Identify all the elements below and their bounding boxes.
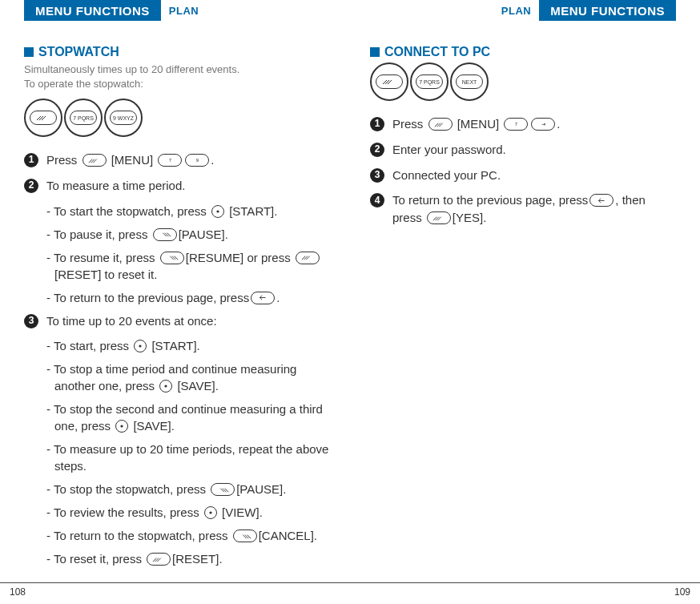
step-badge-2: 2 <box>370 143 384 157</box>
s2d-post: . <box>276 291 280 304</box>
s3h-pre: - To reset it, press <box>46 552 145 566</box>
step-3-text: To time up to 20 events at once: <box>46 312 330 330</box>
left-header: MENU FUNCTIONS PLAN <box>24 0 330 21</box>
softkey-icon <box>428 118 453 131</box>
r-step-4: 4 To return to the previous page, press,… <box>370 191 676 227</box>
r4-pre: To return to the previous page, press <box>392 193 588 207</box>
softkey-icon <box>376 74 403 89</box>
key-sequence-connect: 7 PQRS NEXT <box>370 62 676 101</box>
step1-suffix: . <box>211 153 214 167</box>
r1-mid: [MENU] <box>457 117 500 131</box>
key-sequence-stopwatch: 7 PQRS 9 WXYZ <box>24 99 330 137</box>
key7-icon: 7 PQRS <box>416 74 443 89</box>
stopwatch-intro: Simultaneously times up to 20 different … <box>24 62 330 91</box>
sub-3f: - To review the results, press [VIEW]. <box>46 504 330 521</box>
nav-center-icon <box>115 420 128 433</box>
right-softkey-icon <box>233 530 257 542</box>
s3c-post: [SAVE]. <box>130 419 175 433</box>
s2c-pre: - To resume it, press <box>46 251 159 264</box>
step-1-text: Press [MENU] 79. <box>46 151 330 169</box>
r-step-4-text: To return to the previous page, press, t… <box>392 191 676 227</box>
key7-circle-icon: 7 PQRS <box>64 99 103 137</box>
s3f-post: [VIEW]. <box>219 505 263 519</box>
step1-mid: [MENU] <box>111 153 154 167</box>
step-badge-3: 3 <box>24 314 38 328</box>
page-spread: MENU FUNCTIONS PLAN STOPWATCH Simultaneo… <box>0 0 700 604</box>
s2c-mid: [RESUME] or press <box>186 251 294 264</box>
s3g-pre: - To return to the stopwatch, press <box>46 529 231 542</box>
s2a-pre: - To start the stopwatch, press <box>46 204 210 218</box>
sub-2b: - To pause it, press [PAUSE]. <box>46 226 330 243</box>
section-title-text: CONNECT TO PC <box>384 45 490 59</box>
s3h-post: [RESET]. <box>172 552 223 566</box>
sub-3e: - To stop the stopwatch, press [PAUSE]. <box>46 481 330 497</box>
right-page: PLAN MENU FUNCTIONS CONNECT TO PC 7 PQRS… <box>350 0 700 604</box>
page-number-right: 109 <box>674 586 690 598</box>
header-plan-left: PLAN <box>161 0 207 21</box>
s3b-post: [SAVE]. <box>174 379 219 393</box>
sub-3b: - To stop a time period and continue mea… <box>46 360 330 394</box>
r1-prefix: Press <box>392 117 423 131</box>
r-step-1-text: Press [MENU] 7⇥. <box>392 115 676 133</box>
sub-3h: - To reset it, press [RESET]. <box>46 550 330 567</box>
key9-circle-icon: 9 WXYZ <box>104 99 143 137</box>
s2c-post: [RESET] to reset it. <box>54 268 157 281</box>
square-bullet-icon <box>24 47 34 57</box>
sub-2a: - To start the stopwatch, press [START]. <box>46 203 330 219</box>
key7-icon: 7 <box>158 154 182 167</box>
r-step-3-text: Connected your PC. <box>392 167 676 184</box>
s2d-pre: - To return to the previous page, press <box>46 291 249 304</box>
svg-point-4 <box>209 512 211 514</box>
left-page: MENU FUNCTIONS PLAN STOPWATCH Simultaneo… <box>0 0 350 604</box>
back-key-icon <box>251 292 275 304</box>
s2a-post: [START]. <box>226 204 277 218</box>
intro-line1: Simultaneously times up to 20 different … <box>24 63 239 75</box>
section-title-stopwatch: STOPWATCH <box>24 45 330 59</box>
header-plan-right: PLAN <box>493 0 539 21</box>
right-header: PLAN MENU FUNCTIONS <box>370 0 676 21</box>
sub-2c: - To resume it, press [RESUME] or press … <box>46 249 330 283</box>
page-number-left: 108 <box>10 586 26 598</box>
key9-icon: 9 WXYZ <box>110 111 137 125</box>
nav-center-icon <box>211 205 224 218</box>
step-2-text: To measure a time period. <box>46 177 330 195</box>
s3f-pre: - To review the results, press <box>46 505 203 519</box>
keynext-icon: NEXT <box>456 74 483 89</box>
svg-point-0 <box>216 210 219 212</box>
header-menu-functions-right: MENU FUNCTIONS <box>539 0 676 21</box>
r-step-1: 1 Press [MENU] 7⇥. <box>370 115 676 133</box>
section-title-connect: CONNECT TO PC <box>370 45 676 59</box>
step1-prefix: Press <box>46 153 77 167</box>
svg-point-1 <box>139 345 142 348</box>
r-step-3: 3 Connected your PC. <box>370 167 676 184</box>
step-1: 1 Press [MENU] 79. <box>24 151 330 169</box>
section-title-text: STOPWATCH <box>38 45 119 59</box>
softkey-icon <box>147 553 171 566</box>
sub-2d: - To return to the previous page, press. <box>46 289 330 306</box>
s2b-post: [PAUSE]. <box>179 228 228 241</box>
footer-rule-right <box>350 582 700 583</box>
sub-3g: - To return to the stopwatch, press [CAN… <box>46 527 330 544</box>
softkey-circle-icon <box>370 62 408 101</box>
softkey-circle-icon <box>24 99 62 137</box>
r-step-2: 2 Enter your password. <box>370 141 676 159</box>
s3e-pre: - To stop the stopwatch, press <box>46 482 209 496</box>
s3c-pre: - To stop the second and continue measur… <box>46 402 323 433</box>
step-3: 3 To time up to 20 events at once: <box>24 312 330 330</box>
step-badge-2: 2 <box>24 179 38 193</box>
r1-suffix: . <box>557 117 560 131</box>
softkey-icon <box>82 154 107 167</box>
back-key-icon <box>589 194 614 207</box>
key7-icon: 7 PQRS <box>70 111 97 125</box>
r-step-2-text: Enter your password. <box>392 141 676 159</box>
softkey-icon <box>296 252 320 264</box>
key7-icon: 7 <box>504 118 528 131</box>
svg-point-2 <box>165 385 167 388</box>
keynext-icon: ⇥ <box>531 118 555 131</box>
step-badge-1: 1 <box>24 153 38 167</box>
s2b-pre: - To pause it, press <box>46 228 151 241</box>
step-2: 2 To measure a time period. <box>24 177 330 195</box>
step-badge-4: 4 <box>370 193 384 207</box>
s3e-post: [PAUSE]. <box>236 482 286 496</box>
key7-circle-icon: 7 PQRS <box>410 62 449 101</box>
